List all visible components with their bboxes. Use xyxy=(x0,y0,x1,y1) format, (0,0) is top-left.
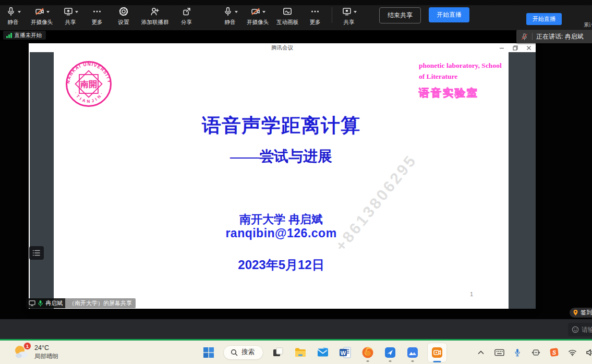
running-indicator xyxy=(367,360,369,362)
close-button[interactable] xyxy=(526,45,531,51)
wifi-icon xyxy=(568,349,577,356)
chevron-down-icon xyxy=(262,11,265,13)
file-explorer-button[interactable] xyxy=(293,343,308,362)
windows-taskbar: 1 24°C 局部晴朗 搜索 xyxy=(0,341,592,364)
settings-button[interactable]: 设置 xyxy=(115,6,132,26)
search-label: 搜索 xyxy=(241,348,255,357)
active-indicator xyxy=(433,361,441,362)
share-label-text: （南开大学）的屏幕共享 xyxy=(65,298,136,308)
slide-page-number: 1 xyxy=(470,291,473,297)
touch-keyboard-button[interactable] xyxy=(494,347,504,358)
add-broadcast-group-button[interactable]: 添加联播群 xyxy=(141,6,169,26)
wifi-button[interactable] xyxy=(567,347,577,358)
active-microphone-icon xyxy=(38,300,43,307)
share-invite-button[interactable]: 分享 xyxy=(178,6,196,26)
sogou-input-button[interactable]: S xyxy=(549,347,559,358)
mute-button-2[interactable]: 静音 xyxy=(221,6,239,26)
mountain-app-icon xyxy=(406,346,419,359)
svg-text:W: W xyxy=(341,349,346,356)
whiteboard-icon xyxy=(282,6,293,17)
weather-condition: 局部晴朗 xyxy=(34,353,58,360)
share-screen-button-2[interactable]: 共享 xyxy=(340,6,358,26)
status-row: 直播未开始 xyxy=(0,30,592,41)
share-screen-icon xyxy=(342,6,352,17)
search-icon xyxy=(231,349,238,356)
emoji-icon xyxy=(572,326,579,333)
list-icon xyxy=(32,249,41,257)
whiteboard-button[interactable]: 互动画板 xyxy=(276,6,298,26)
slide-subtitle: ——尝试与进展 xyxy=(54,147,509,166)
toolbar-center-group: 静音 开摄像头 互动画板 更多 xyxy=(221,6,469,26)
word-icon: W xyxy=(339,346,352,359)
minimize-button[interactable] xyxy=(499,45,504,51)
window-titlebar[interactable]: 腾讯会议 xyxy=(29,43,536,52)
more-button[interactable]: 更多 xyxy=(88,6,106,26)
screen-icon xyxy=(29,300,35,306)
system-tray: S xyxy=(476,341,592,364)
share-screen-button[interactable]: 共享 xyxy=(62,6,79,26)
search-box[interactable]: 搜索 xyxy=(223,345,263,360)
sogou-icon: S xyxy=(550,348,559,357)
chevron-down-icon xyxy=(354,11,357,13)
firefox-button[interactable] xyxy=(360,343,376,362)
svg-text:S: S xyxy=(552,349,556,356)
orange-camera-app-button[interactable] xyxy=(427,343,447,362)
start-live-button-right[interactable]: 开始直播 xyxy=(526,13,562,25)
mail-icon xyxy=(316,346,330,359)
share-screen-icon xyxy=(63,6,74,17)
slide-list-button[interactable] xyxy=(29,246,44,260)
screen-share-label: 冉启斌 （南开大学）的屏幕共享 xyxy=(26,298,136,308)
maximize-button[interactable] xyxy=(512,45,518,51)
blue-bird-app-button[interactable] xyxy=(382,343,398,362)
mountain-app-button[interactable] xyxy=(405,343,420,362)
more-button-2[interactable]: 更多 xyxy=(306,6,324,26)
toolbar-left-group: 静音 开摄像头 共享 更多 xyxy=(4,6,196,26)
slide-date: 2023年5月12日 xyxy=(54,257,509,273)
toolbar-separator xyxy=(332,7,332,23)
location-pin-icon xyxy=(573,309,578,316)
start-live-button[interactable]: 开始直播 xyxy=(429,7,469,22)
chevron-down-icon xyxy=(46,11,50,13)
volume-button[interactable] xyxy=(585,347,592,358)
separator xyxy=(532,33,533,40)
running-indicator xyxy=(412,360,414,362)
chevron-down-icon xyxy=(235,11,238,13)
tray-expand-button[interactable] xyxy=(476,347,486,358)
presentation-area: NANKAI UNIVERSITY · T I A N J I N · 南開 p… xyxy=(29,52,536,309)
desktop: 静音 开摄像头 共享 更多 xyxy=(0,0,592,364)
nankai-university-logo: NANKAI UNIVERSITY · T I A N J I N · 南開 xyxy=(65,60,112,107)
window-title: 腾讯会议 xyxy=(271,44,293,52)
sharer-name: 冉启斌 xyxy=(45,299,63,307)
speaker-icon xyxy=(586,348,592,357)
mail-button[interactable] xyxy=(315,343,331,362)
logo-center-text: 南開 xyxy=(80,80,97,89)
taskbar-apps: 搜索 xyxy=(201,341,447,364)
folder-icon xyxy=(294,346,307,359)
orange-camera-app-icon xyxy=(430,346,444,359)
weather-widget[interactable]: 1 24°C 局部晴朗 xyxy=(13,343,58,361)
chat-input[interactable]: 请输 xyxy=(568,323,592,336)
task-view-button[interactable] xyxy=(270,343,286,362)
start-button[interactable] xyxy=(201,343,216,362)
end-share-button[interactable]: 结束共享 xyxy=(379,7,421,23)
lab-line1: phonetic laboratory, School xyxy=(419,60,506,71)
slide: NANKAI UNIVERSITY · T I A N J I N · 南開 p… xyxy=(54,52,509,309)
keyboard-icon xyxy=(494,349,504,356)
word-button[interactable]: W xyxy=(337,343,353,362)
mute-button[interactable]: 静音 xyxy=(4,6,22,26)
ime-toolbar-button[interactable] xyxy=(530,347,541,358)
slide-email: ranqibin@126.com xyxy=(54,226,509,240)
camera-on-button[interactable]: 开摄像头 xyxy=(31,6,53,26)
sign-in-button[interactable]: 签到 xyxy=(570,308,592,318)
microphone-icon xyxy=(223,6,233,17)
slide-title: 语音声学距离计算 xyxy=(54,113,509,139)
live-stats-partial: 累计 xyxy=(584,21,592,29)
weather-icon: 1 xyxy=(13,343,30,361)
lab-line2: of Literature xyxy=(419,71,506,82)
microphone-icon xyxy=(6,6,16,17)
camera-on-button-2[interactable]: 开摄像头 xyxy=(247,6,269,26)
more-dots-icon xyxy=(310,6,320,17)
running-indicator xyxy=(389,360,392,362)
tray-microphone-button[interactable] xyxy=(512,347,523,358)
more-dots-icon xyxy=(92,6,102,17)
